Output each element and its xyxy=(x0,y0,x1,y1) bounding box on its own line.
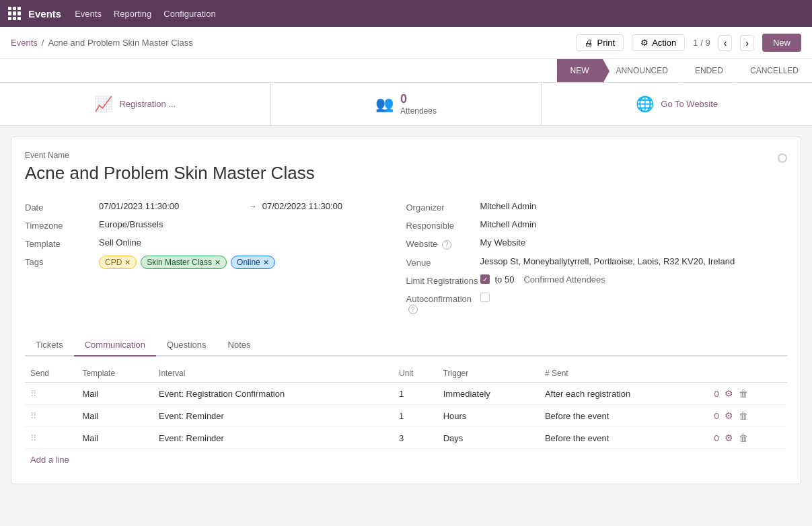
status-announced[interactable]: ANNOUNCED xyxy=(603,59,681,82)
app-name[interactable]: Events xyxy=(28,8,61,20)
row-interval[interactable]: 1 xyxy=(394,405,438,427)
status-circle[interactable] xyxy=(778,153,787,163)
row-drag[interactable]: ⠿ xyxy=(25,405,77,427)
status-steps: NEW ANNOUNCED ENDED CANCELLED xyxy=(557,59,812,82)
limit-reg-value[interactable]: to 50 xyxy=(495,274,515,285)
delete-icon[interactable]: 🗑 xyxy=(739,388,748,399)
breadcrumb-parent[interactable]: Events xyxy=(11,38,38,48)
col-trigger: Trigger xyxy=(438,365,540,383)
row-interval[interactable]: 3 xyxy=(394,427,438,449)
tag-cpd-label: CPD xyxy=(105,258,122,267)
date-to[interactable]: 07/02/2023 11:30:00 xyxy=(262,201,406,211)
tag-skin-remove[interactable]: ✕ xyxy=(215,258,221,267)
tag-cpd[interactable]: CPD ✕ xyxy=(99,256,137,269)
venue-row: Venue Jessop St, Moneyballytyrrell, Port… xyxy=(406,256,788,268)
responsible-label: Responsible xyxy=(406,219,480,231)
tag-online-label: Online xyxy=(237,258,260,267)
autoconfirm-checkbox[interactable] xyxy=(480,293,490,302)
website-button[interactable]: 🌐 Go To Website xyxy=(542,83,812,125)
chart-icon: 📈 xyxy=(94,96,112,113)
row-trigger[interactable]: Before the event xyxy=(540,405,709,427)
date-from[interactable]: 07/01/2023 11:30:00 xyxy=(99,201,243,211)
row-send[interactable]: Mail xyxy=(77,427,153,449)
tag-cpd-remove[interactable]: ✕ xyxy=(124,258,131,267)
tag-online-remove[interactable]: ✕ xyxy=(263,258,269,267)
row-send[interactable]: Mail xyxy=(77,405,153,427)
tag-online[interactable]: Online ✕ xyxy=(231,256,275,269)
organizer-value[interactable]: Mitchell Admin xyxy=(480,201,788,211)
website-help-icon[interactable]: ? xyxy=(442,240,451,250)
status-ended[interactable]: ENDED xyxy=(681,59,737,82)
send-icon[interactable]: ⚙ xyxy=(725,410,733,421)
date-label: Date xyxy=(25,201,99,213)
left-fields: Date 07/01/2023 11:30:00 → 07/02/2023 11… xyxy=(25,201,406,321)
row-drag[interactable]: ⠿ xyxy=(25,427,77,449)
row-drag[interactable]: ⠿ xyxy=(25,383,77,405)
add-line-button[interactable]: Add a line xyxy=(25,449,75,470)
autoconfirm-help-icon[interactable]: ? xyxy=(408,305,418,314)
attendees-button[interactable]: 👥 0 Attendees xyxy=(271,83,542,125)
responsible-value[interactable]: Mitchell Admin xyxy=(480,219,788,229)
attendees-label: Attendees xyxy=(400,106,437,116)
next-button[interactable]: › xyxy=(740,35,754,51)
top-nav: Events Events Reporting Configuration xyxy=(0,0,812,27)
delete-icon[interactable]: 🗑 xyxy=(739,433,748,443)
tab-questions[interactable]: Questions xyxy=(156,334,217,356)
registration-button[interactable]: 📈 Registration ... xyxy=(0,83,271,125)
event-form: Event Name Acne and Problem Skin Master … xyxy=(11,137,801,484)
responsible-row: Responsible Mitchell Admin xyxy=(406,219,788,231)
tags-label: Tags xyxy=(25,256,99,267)
nav-configuration[interactable]: Configuration xyxy=(163,9,215,19)
send-icon[interactable]: ⚙ xyxy=(725,433,733,443)
row-trigger[interactable]: Before the event xyxy=(540,427,709,449)
row-unit[interactable]: Hours xyxy=(438,405,540,427)
print-label: Print xyxy=(597,38,615,48)
timezone-row: Timezone Europe/Brussels xyxy=(25,219,406,231)
row-template[interactable]: Event: Reminder xyxy=(153,405,394,427)
row-send[interactable]: Mail xyxy=(77,383,153,405)
action-button[interactable]: ⚙ Action xyxy=(632,34,685,51)
row-template[interactable]: Event: Reminder xyxy=(153,427,394,449)
tab-communication[interactable]: Communication xyxy=(74,334,156,356)
smart-buttons: 📈 Registration ... 👥 0 Attendees 🌐 Go To… xyxy=(0,83,812,126)
event-name-label: Event Name xyxy=(25,151,315,160)
confirmed-attendees-label: Confirmed Attendees xyxy=(523,274,605,285)
status-cancelled[interactable]: CANCELLED xyxy=(737,59,812,82)
nav-events[interactable]: Events xyxy=(75,9,102,19)
row-template[interactable]: Event: Registration Confirmation xyxy=(153,383,394,405)
row-unit[interactable]: Days xyxy=(438,427,540,449)
print-button[interactable]: 🖨 Print xyxy=(576,34,624,51)
template-value[interactable]: Sell Online xyxy=(99,237,406,248)
website-field-value[interactable]: My Website xyxy=(480,237,788,248)
tag-skin[interactable]: Skin Master Class ✕ xyxy=(141,256,227,269)
organizer-label: Organizer xyxy=(406,201,480,213)
event-title[interactable]: Acne and Problem Skin Master Class xyxy=(25,163,315,184)
limit-reg-checkbox[interactable]: ✓ xyxy=(480,274,490,284)
new-button[interactable]: New xyxy=(762,34,801,52)
organizer-row: Organizer Mitchell Admin xyxy=(406,201,788,213)
registration-label: Registration ... xyxy=(119,99,176,109)
tab-notes[interactable]: Notes xyxy=(217,334,262,356)
breadcrumb-bar: Events / Acne and Problem Skin Master Cl… xyxy=(0,27,812,59)
gear-icon: ⚙ xyxy=(640,38,649,48)
nav-reporting[interactable]: Reporting xyxy=(114,9,151,19)
breadcrumb: Events / Acne and Problem Skin Master Cl… xyxy=(11,38,193,48)
template-row: Template Sell Online xyxy=(25,237,406,249)
prev-button[interactable]: ‹ xyxy=(718,35,733,51)
app-grid-icon[interactable] xyxy=(8,7,22,20)
send-icon[interactable]: ⚙ xyxy=(725,388,733,399)
attendees-count: 0 xyxy=(400,92,437,106)
breadcrumb-actions: 🖨 Print ⚙ Action 1 / 9 ‹ › New xyxy=(576,34,801,52)
tab-tickets[interactable]: Tickets xyxy=(25,334,74,356)
website-label: Go To Website xyxy=(661,99,718,109)
row-unit[interactable]: Immediately xyxy=(438,383,540,405)
row-sent: 0 ⚙ 🗑 xyxy=(709,383,787,405)
row-interval[interactable]: 1 xyxy=(394,383,438,405)
timezone-value[interactable]: Europe/Brussels xyxy=(99,219,406,229)
row-trigger[interactable]: After each registration xyxy=(540,383,709,405)
sent-count: 0 xyxy=(714,411,719,421)
form-header: Event Name Acne and Problem Skin Master … xyxy=(25,151,787,194)
delete-icon[interactable]: 🗑 xyxy=(739,410,748,421)
status-new[interactable]: NEW xyxy=(557,59,603,82)
venue-value[interactable]: Jessop St, Moneyballytyrrell, Portlaoise… xyxy=(480,256,788,266)
